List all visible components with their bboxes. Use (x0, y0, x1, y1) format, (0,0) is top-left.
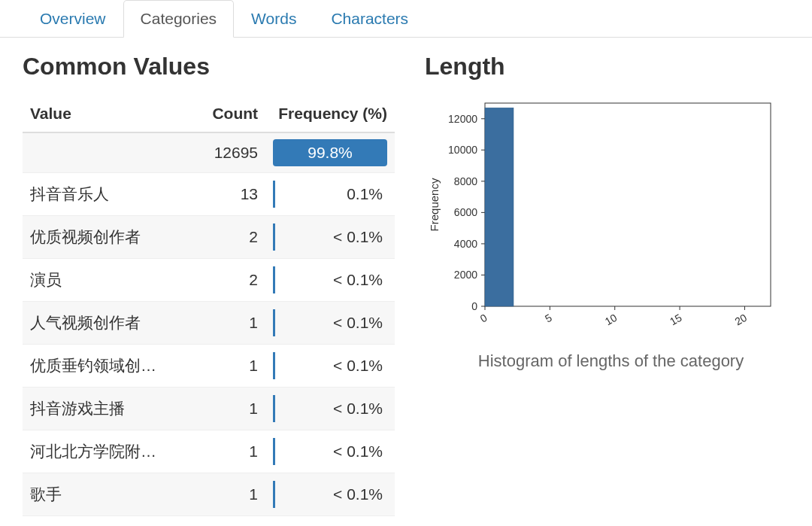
table-row: 优质视频创作者2< 0.1% (23, 216, 395, 259)
cell-value: 优质垂钓领域创… (23, 345, 200, 388)
tab-overview[interactable]: Overview (23, 0, 123, 38)
tab-characters[interactable]: Characters (314, 0, 426, 38)
content: Common Values Value Count Frequency (%) … (0, 45, 812, 516)
cell-count: 1 (200, 430, 265, 473)
frequency-text: < 0.1% (333, 485, 387, 503)
svg-text:6000: 6000 (454, 206, 477, 218)
cell-count: 1 (200, 302, 265, 345)
table-row: 歌手1< 0.1% (23, 473, 395, 516)
svg-text:15: 15 (668, 312, 684, 328)
cell-frequency: < 0.1% (265, 388, 395, 430)
frequency-text: < 0.1% (333, 442, 387, 461)
svg-text:12000: 12000 (448, 113, 477, 125)
cell-value: 人气视频创作者 (23, 302, 200, 345)
frequency-bar (273, 481, 275, 508)
tab-words[interactable]: Words (234, 0, 314, 38)
length-panel: Length 020004000600080001000012000051015… (417, 53, 797, 516)
cell-count: 1 (200, 473, 265, 516)
svg-text:5: 5 (543, 312, 554, 325)
table-row: 优质垂钓领域创…1< 0.1% (23, 345, 395, 388)
cell-value (23, 132, 200, 173)
col-count: Count (200, 96, 265, 132)
cell-frequency: < 0.1% (265, 430, 395, 473)
frequency-text: < 0.1% (333, 400, 387, 418)
frequency-bar (273, 438, 275, 465)
cell-value: 歌手 (23, 473, 200, 516)
table-row: 人气视频创作者1< 0.1% (23, 302, 395, 345)
table-row: 1269599.8% (23, 132, 395, 173)
cell-frequency: < 0.1% (265, 345, 395, 388)
common-values-panel: Common Values Value Count Frequency (%) … (23, 53, 395, 516)
cell-frequency: < 0.1% (265, 216, 395, 259)
table-row: 抖音音乐人130.1% (23, 173, 395, 216)
table-row: 抖音游戏主播1< 0.1% (23, 388, 395, 430)
cell-count: 2 (200, 259, 265, 302)
cell-frequency: < 0.1% (265, 473, 395, 516)
frequency-bar (273, 181, 275, 208)
frequency-text: < 0.1% (333, 357, 387, 375)
frequency-bar (273, 266, 275, 293)
svg-text:0: 0 (478, 312, 489, 325)
frequency-text: < 0.1% (333, 228, 387, 246)
cell-frequency: 99.8% (265, 132, 395, 173)
cell-value: 河北北方学院附… (23, 430, 200, 473)
svg-rect-26 (485, 108, 514, 306)
cell-value: 优质视频创作者 (23, 216, 200, 259)
svg-text:10: 10 (603, 312, 620, 328)
svg-text:4000: 4000 (454, 238, 477, 250)
cell-value: 演员 (23, 259, 200, 302)
frequency-text: 99.8% (273, 144, 387, 162)
frequency-bar (273, 395, 275, 422)
tab-categories[interactable]: Categories (123, 0, 235, 38)
frequency-bar (273, 223, 275, 251)
cell-frequency: < 0.1% (265, 259, 395, 302)
svg-text:8000: 8000 (454, 175, 477, 187)
table-row: 演员2< 0.1% (23, 259, 395, 302)
frequency-text: < 0.1% (333, 271, 387, 289)
histogram-svg: 02000400060008000100001200005101520Frequ… (425, 96, 786, 336)
length-title: Length (425, 53, 797, 81)
svg-text:2000: 2000 (454, 269, 477, 281)
common-values-table: Value Count Frequency (%) 1269599.8%抖音音乐… (23, 96, 395, 516)
frequency-text: 0.1% (347, 185, 387, 203)
svg-text:20: 20 (732, 312, 749, 328)
frequency-bar (273, 352, 275, 379)
tabs: OverviewCategoriesWordsCharacters (0, 0, 812, 38)
svg-text:0: 0 (471, 300, 477, 312)
cell-frequency: 0.1% (265, 173, 395, 216)
histogram-chart: 02000400060008000100001200005101520Frequ… (425, 96, 797, 371)
frequency-text: < 0.1% (333, 314, 387, 332)
svg-rect-0 (485, 103, 771, 306)
common-values-title: Common Values (23, 53, 395, 81)
cell-count: 1 (200, 388, 265, 430)
table-row: 河北北方学院附…1< 0.1% (23, 430, 395, 473)
svg-text:10000: 10000 (448, 144, 477, 156)
cell-frequency: < 0.1% (265, 302, 395, 345)
frequency-bar (273, 309, 275, 336)
svg-text:Frequency: Frequency (428, 178, 441, 231)
cell-count: 1 (200, 345, 265, 388)
cell-value: 抖音游戏主播 (23, 388, 200, 430)
cell-count: 2 (200, 216, 265, 259)
cell-value: 抖音音乐人 (23, 173, 200, 216)
chart-caption: Histogram of lengths of the category (425, 351, 797, 371)
col-value: Value (23, 96, 200, 132)
col-freq: Frequency (%) (265, 96, 395, 132)
cell-count: 12695 (200, 132, 265, 173)
cell-count: 13 (200, 173, 265, 216)
